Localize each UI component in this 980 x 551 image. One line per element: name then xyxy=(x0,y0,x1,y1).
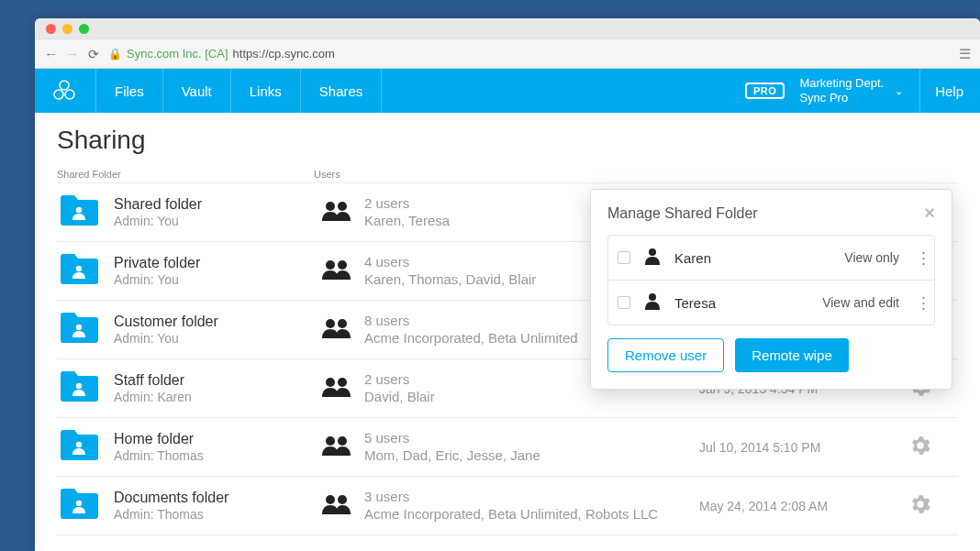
users-count: 5 users xyxy=(364,430,540,447)
shared-folder-icon xyxy=(59,253,99,289)
users-names: David, Blair xyxy=(364,389,435,406)
users-names: Acme Incorporated, Beta Unlimited xyxy=(364,330,578,347)
svg-point-22 xyxy=(649,293,656,301)
shared-folder-icon xyxy=(59,488,99,523)
more-options-icon[interactable]: ··· xyxy=(921,249,925,267)
svg-point-15 xyxy=(76,442,82,447)
folder-admin: Admin: You xyxy=(114,272,200,289)
svg-point-14 xyxy=(338,378,347,387)
table-row[interactable]: Documents folder Admin: Thomas 3 users A… xyxy=(57,477,958,535)
shared-user-row: Karen View only ··· xyxy=(607,235,935,281)
menu-icon[interactable]: ☰ xyxy=(959,46,971,62)
minimize-window-button[interactable] xyxy=(62,24,72,34)
folder-admin: Admin: You xyxy=(114,331,218,347)
close-icon[interactable]: × xyxy=(924,203,935,224)
svg-point-17 xyxy=(338,436,347,446)
nav-tab-links[interactable]: Links xyxy=(231,69,301,113)
shared-folder-icon xyxy=(59,370,99,406)
svg-point-13 xyxy=(326,378,335,387)
shared-user-name: Karen xyxy=(674,250,831,266)
forward-button[interactable]: → xyxy=(65,46,79,61)
svg-point-20 xyxy=(338,495,347,504)
folder-admin: Admin: Karen xyxy=(114,390,192,406)
url-field[interactable]: 🔒 Sync.com Inc. [CA] https://cp.sync.com xyxy=(108,47,950,61)
users-count: 3 users xyxy=(364,489,658,506)
share-date: Jul 10, 2014 5:10 PM xyxy=(699,440,910,455)
nav-tab-vault[interactable]: Vault xyxy=(163,69,231,113)
address-bar: ← → ⟳ 🔒 Sync.com Inc. [CA] https://cp.sy… xyxy=(35,39,980,69)
users-icon xyxy=(321,377,351,401)
browser-window: ← → ⟳ 🔒 Sync.com Inc. [CA] https://cp.sy… xyxy=(35,18,980,551)
users-icon xyxy=(321,259,351,283)
users-count: 2 users xyxy=(364,371,435,389)
svg-point-21 xyxy=(649,248,656,256)
reload-button[interactable]: ⟳ xyxy=(88,47,99,61)
gear-icon[interactable] xyxy=(910,494,956,518)
svg-point-7 xyxy=(326,260,335,270)
user-checkbox[interactable] xyxy=(618,251,630,264)
users-names: Acme Incorporated, Beta Unlimited, Robot… xyxy=(364,506,658,523)
shared-user-name: Teresa xyxy=(674,295,809,311)
svg-point-16 xyxy=(326,436,335,446)
more-options-icon[interactable]: ··· xyxy=(921,294,925,312)
users-icon xyxy=(321,435,351,459)
help-link[interactable]: Help xyxy=(935,83,963,99)
folder-name: Documents folder xyxy=(114,489,228,507)
users-count: 4 users xyxy=(364,254,536,271)
svg-point-5 xyxy=(338,202,347,211)
ssl-cert-label: Sync.com Inc. [CA] xyxy=(127,47,228,61)
svg-point-18 xyxy=(76,501,82,506)
account-plan: Sync Pro xyxy=(799,91,884,105)
gear-icon[interactable] xyxy=(910,435,956,459)
col-header-users: Users xyxy=(314,169,699,180)
svg-point-0 xyxy=(60,81,69,90)
svg-point-3 xyxy=(76,207,82,213)
sync-logo-icon xyxy=(51,78,77,104)
main-nav: Files Vault Links Shares xyxy=(95,69,382,113)
person-icon xyxy=(643,292,662,314)
folder-admin: Admin: Thomas xyxy=(114,448,204,465)
folder-admin: Admin: You xyxy=(114,214,202,230)
folder-name: Staff folder xyxy=(114,371,192,390)
url-text: https://cp.sync.com xyxy=(233,47,335,61)
folder-name: Shared folder xyxy=(114,195,202,214)
svg-point-9 xyxy=(76,325,82,330)
remote-wipe-button[interactable]: Remote wipe xyxy=(735,338,849,372)
window-titlebar xyxy=(35,18,980,39)
lock-icon: 🔒 xyxy=(108,48,122,61)
folder-name: Customer folder xyxy=(114,313,218,331)
pro-badge: PRO xyxy=(745,83,785,99)
svg-point-12 xyxy=(76,383,82,389)
close-window-button[interactable] xyxy=(46,24,56,34)
nav-tab-files[interactable]: Files xyxy=(95,69,163,113)
account-name: Marketing Dept. xyxy=(799,76,884,91)
users-count: 8 users xyxy=(364,313,578,330)
maximize-window-button[interactable] xyxy=(79,24,89,34)
account-dropdown[interactable]: Marketing Dept. Sync Pro ⌄ xyxy=(799,69,920,113)
users-icon xyxy=(321,201,351,225)
users-names: Mom, Dad, Eric, Jesse, Jane xyxy=(364,447,540,465)
page-title: Sharing xyxy=(57,126,958,155)
users-names: Karen, Thomas, David, Blair xyxy=(364,271,536,289)
svg-point-19 xyxy=(326,495,335,504)
nav-tab-shares[interactable]: Shares xyxy=(301,69,383,113)
share-date: May 24, 2014 2:08 AM xyxy=(699,499,910,513)
remove-user-button[interactable]: Remove user xyxy=(607,338,724,372)
table-row[interactable]: Home folder Admin: Thomas 5 users Mom, D… xyxy=(57,418,958,477)
svg-point-4 xyxy=(326,202,335,211)
folder-name: Home folder xyxy=(114,430,204,448)
svg-point-1 xyxy=(54,90,63,99)
users-icon xyxy=(321,318,351,342)
col-header-folder: Shared Folder xyxy=(57,169,314,180)
dialog-title: Manage Shared Folder xyxy=(607,205,758,222)
chevron-down-icon: ⌄ xyxy=(895,85,903,97)
shared-folder-icon xyxy=(59,429,99,465)
folder-name: Private folder xyxy=(114,254,200,272)
users-count: 2 users xyxy=(364,195,450,213)
svg-point-8 xyxy=(338,260,347,270)
shared-user-permission: View only xyxy=(844,250,908,265)
app-header: Files Vault Links Shares PRO Marketing D… xyxy=(35,69,980,113)
user-checkbox[interactable] xyxy=(618,296,630,309)
shared-user-permission: View and edit xyxy=(822,295,908,310)
back-button[interactable]: ← xyxy=(44,46,58,61)
